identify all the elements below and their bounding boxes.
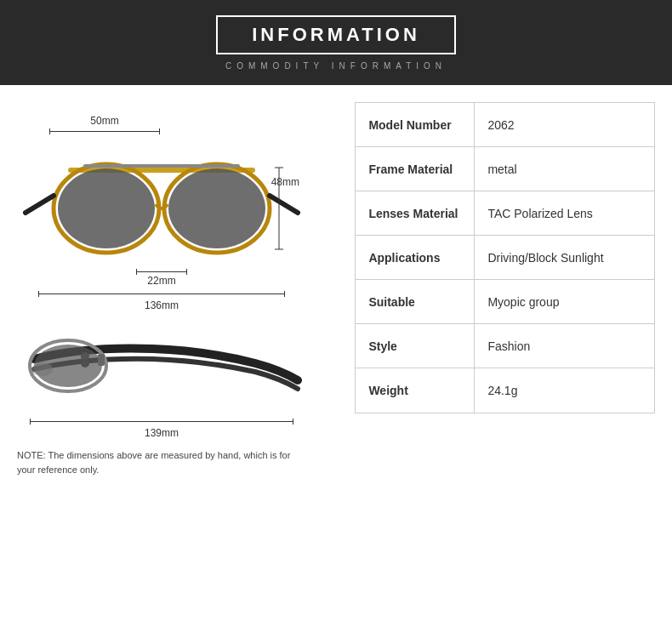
dim-50mm-label: 50mm <box>90 115 118 127</box>
spec-row-1: Frame Material metal <box>356 147 654 191</box>
dim-48mm-label: 48mm <box>271 176 299 188</box>
spec-label-2: Lenses Material <box>356 191 475 235</box>
spec-value-6: 24.1g <box>475 368 654 413</box>
svg-line-5 <box>26 196 54 213</box>
title-box: INFORMATION <box>216 15 456 54</box>
spec-value-3: Driving/Block Sunlight <box>475 236 654 279</box>
spec-value-1: metal <box>475 147 654 191</box>
spec-label-6: Weight <box>356 368 475 413</box>
page-subtitle: COMMODITY INFORMATION <box>225 61 447 71</box>
spec-label-5: Style <box>356 324 475 368</box>
spec-label-3: Applications <box>356 236 475 279</box>
spec-row-5: Style Fashion <box>356 324 654 368</box>
dim-139mm-container: 139mm <box>30 419 293 440</box>
dim-22mm-container: 22mm <box>128 269 196 287</box>
left-panel: 50mm <box>17 102 338 618</box>
svg-point-4 <box>168 168 265 248</box>
dim-136mm-label: 136mm <box>145 299 179 311</box>
spec-row-4: Suitable Myopic group <box>356 280 654 324</box>
spec-row-0: Model Number 2062 <box>356 103 654 147</box>
spec-value-4: Myopic group <box>475 280 654 323</box>
spec-label-1: Frame Material <box>356 147 475 191</box>
svg-rect-7 <box>83 164 240 168</box>
svg-line-6 <box>270 196 298 213</box>
spec-row-3: Applications Driving/Block Sunlight <box>356 236 654 280</box>
dim-22mm-label: 22mm <box>147 275 175 287</box>
page-header: INFORMATION COMMODITY INFORMATION <box>0 0 672 85</box>
sunglasses-side-svg <box>17 316 306 419</box>
dim-139mm-label: 139mm <box>145 427 179 439</box>
page-title: INFORMATION <box>252 24 420 45</box>
svg-rect-15 <box>98 354 105 366</box>
spec-value-2: TAC Polarized Lens <box>475 191 654 235</box>
specs-table: Model Number 2062 Frame Material metal L… <box>355 102 655 413</box>
main-content: 50mm <box>0 85 672 627</box>
svg-point-2 <box>58 168 155 248</box>
dimensions-note: NOTE: The dimensions above are measured … <box>17 448 306 476</box>
spec-label-0: Model Number <box>356 103 475 146</box>
svg-point-16 <box>32 362 53 376</box>
spec-value-0: 2062 <box>475 103 654 146</box>
spec-label-4: Suitable <box>356 280 475 323</box>
sunglasses-front-svg <box>17 132 306 272</box>
spec-value-5: Fashion <box>475 324 654 368</box>
spec-row-6: Weight 24.1g <box>356 368 654 413</box>
spec-row-2: Lenses Material TAC Polarized Lens <box>356 191 654 236</box>
dim-136mm-container: 136mm <box>38 291 285 312</box>
